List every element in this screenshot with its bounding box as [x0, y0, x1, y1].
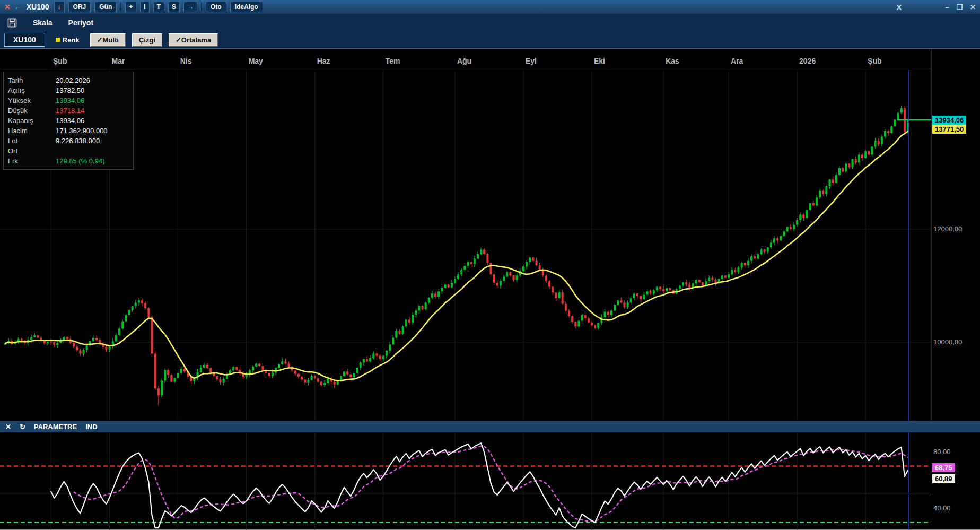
svg-text:Şub: Şub [868, 57, 881, 65]
osc-grid-label-40: 40,00 [933, 504, 951, 512]
indicator-button[interactable]: I [140, 2, 149, 12]
renk-toggle[interactable]: Renk [56, 36, 80, 44]
osc-grid-label-80: 80,00 [933, 448, 951, 456]
info-panel: Tarih20.02.2026Açılış13782,50Yüksek13934… [3, 72, 134, 170]
cizgi-button[interactable]: Çizgi [132, 33, 162, 47]
maximize-button[interactable]: ❐ [956, 3, 962, 11]
svg-text:Eyl: Eyl [526, 57, 537, 65]
candlestick-chart[interactable]: ŞubMarNisMayHazTemAğuEylEkiKasAra2026Şub [0, 49, 980, 421]
info-row-value: 129,85 (% 0,94) [56, 156, 105, 166]
info-row-value: 9.226.838.000 [56, 136, 100, 146]
indicator-refresh-icon[interactable]: ↻ [20, 423, 25, 431]
info-row-value: 13782,50 [56, 85, 84, 95]
svg-text:May: May [249, 57, 263, 65]
current-price-tag: 13934,06 [932, 116, 966, 125]
indicator-ind-label[interactable]: IND [85, 423, 97, 431]
svg-text:Tem: Tem [386, 57, 400, 65]
osc-value-tag: 60,89 [932, 474, 955, 483]
separator [201, 3, 202, 11]
info-row: Kapanış13934,06 [8, 116, 129, 126]
menu-periyot[interactable]: Periyot [68, 19, 93, 27]
s-tool-button[interactable]: S [168, 2, 180, 12]
info-row-label: Hacim [8, 126, 56, 136]
tool-bar: XU100 Renk ✓Multi Çizgi ✓Ortalama [0, 31, 980, 49]
info-row-label: Açılış [8, 85, 56, 95]
info-row-value: 20.02.2026 [56, 75, 90, 85]
info-row: Hacim171.362.900.000 [8, 126, 129, 136]
menu-bar: Skala Periyot [0, 14, 980, 31]
svg-text:Şub: Şub [53, 57, 67, 65]
info-row: Açılış13782,50 [8, 85, 129, 95]
minimize-button[interactable]: – [945, 3, 949, 11]
info-row-value: 13934,06 [56, 95, 84, 106]
chart-window: ✕ ← XU100 ↓ ORJ Gün + I T S → Oto ideAlg… [0, 0, 980, 530]
period-gun-button[interactable]: Gün [94, 2, 117, 12]
info-row-label: Yüksek [8, 95, 56, 106]
tab-xu100[interactable]: XU100 [4, 33, 45, 47]
svg-text:Kas: Kas [666, 57, 679, 65]
symbol-title: XU100 [27, 3, 49, 11]
info-row: Tarih20.02.2026 [8, 75, 129, 85]
chart-close-x[interactable]: X [896, 3, 902, 12]
window-close-button[interactable]: ✕ [970, 3, 976, 11]
ma-price-tag: 13771,50 [932, 125, 966, 134]
svg-text:2026: 2026 [799, 57, 816, 65]
title-bar: ✕ ← XU100 ↓ ORJ Gün + I T S → Oto ideAlg… [0, 0, 980, 14]
oscillator-chart[interactable] [0, 432, 980, 530]
info-row: Düşük13718,14 [8, 106, 129, 116]
info-row-label: Lot [8, 136, 56, 146]
info-row-value: 171.362.900.000 [56, 126, 108, 136]
save-icon[interactable] [7, 18, 17, 28]
osc-signal-tag: 68,75 [932, 463, 955, 472]
svg-text:Mar: Mar [112, 57, 125, 65]
svg-text:Ağu: Ağu [457, 57, 471, 65]
ortalama-button[interactable]: ✓Ortalama [169, 33, 218, 47]
price-axis-separator [931, 49, 932, 421]
orj-button[interactable]: ORJ [68, 2, 91, 12]
symbol-dropdown-button[interactable]: ↓ [54, 2, 65, 12]
price-grid-label-12000: 12000,00 [933, 225, 962, 233]
svg-text:Haz: Haz [317, 57, 330, 65]
info-row-label: Ort [8, 146, 56, 156]
info-row-label: Düşük [8, 106, 56, 116]
renk-label: Renk [63, 36, 80, 44]
text-tool-button[interactable]: T [153, 2, 164, 12]
main-chart-area[interactable]: ŞubMarNisMayHazTemAğuEylEkiKasAra2026Şub… [0, 49, 980, 421]
close-icon[interactable]: ✕ [4, 3, 11, 11]
indicator-parametre[interactable]: PARAMETRE [34, 423, 77, 431]
back-arrow-icon[interactable]: ← [14, 3, 22, 11]
info-row-label: Kapanış [8, 116, 56, 126]
oto-button[interactable]: Oto [206, 2, 226, 12]
info-row: Frk129,85 (% 0,94) [8, 156, 129, 166]
svg-text:Ara: Ara [731, 57, 743, 65]
color-swatch-icon [56, 38, 60, 42]
indicator-header: ✕ ↻ PARAMETRE IND [0, 421, 980, 432]
svg-text:Eki: Eki [594, 57, 605, 65]
multi-button[interactable]: ✓Multi [90, 33, 126, 47]
separator [120, 3, 121, 11]
info-row: Ort [8, 146, 129, 156]
info-row-label: Frk [8, 156, 56, 166]
indicator-area[interactable]: 80,00 68,75 60,89 40,00 [0, 432, 980, 530]
info-row-value: 13718,14 [56, 106, 84, 116]
arrow-tool-button[interactable]: → [183, 2, 197, 12]
indicator-close-icon[interactable]: ✕ [5, 423, 11, 431]
info-row-value: 13934,06 [56, 116, 84, 126]
info-row-label: Tarih [8, 75, 56, 85]
info-row: Lot9.226.838.000 [8, 136, 129, 146]
price-grid-label-10000: 10000,00 [933, 338, 962, 346]
plus-button[interactable]: + [125, 2, 136, 12]
menu-skala[interactable]: Skala [33, 19, 52, 27]
info-row: Yüksek13934,06 [8, 95, 129, 106]
idealgo-button[interactable]: ideAlgo [230, 2, 263, 12]
svg-text:Nis: Nis [180, 57, 192, 65]
